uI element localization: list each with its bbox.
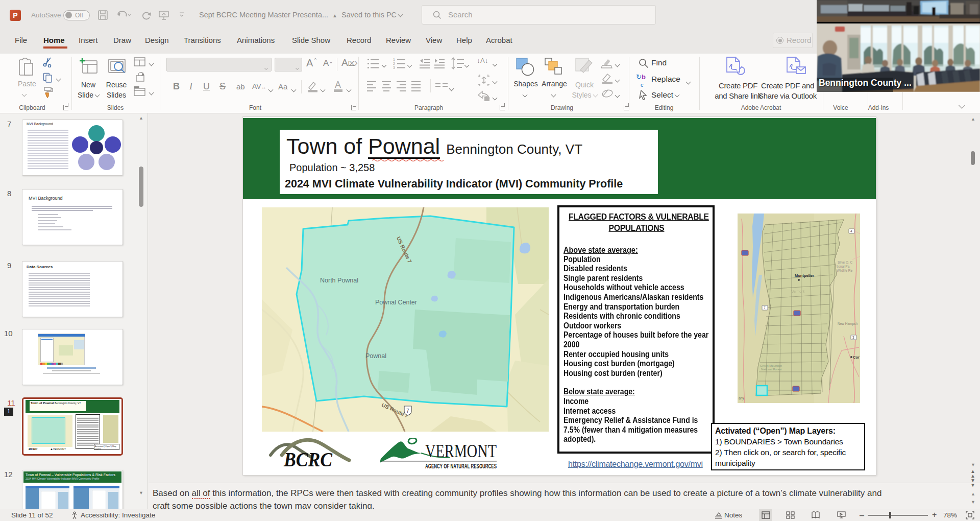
svg-text:4: 4 <box>850 229 852 233</box>
svg-text:7: 7 <box>406 408 409 414</box>
svg-text:Vermont: Vermont <box>791 290 804 293</box>
svg-text:National Forest: National Forest <box>761 368 782 371</box>
svg-text:1: 1 <box>393 58 395 61</box>
svg-text:any: any <box>739 396 744 400</box>
svg-text:3: 3 <box>393 66 395 69</box>
svg-text:BCRC: BCRC <box>283 448 333 468</box>
svg-text:Wildlife Re: Wildlife Re <box>837 269 852 272</box>
svg-text:3: 3 <box>852 336 854 339</box>
svg-text:Pownal Center: Pownal Center <box>375 299 417 306</box>
svg-text:AGENCY OF NATURAL RESOURCES: AGENCY OF NATURAL RESOURCES <box>425 463 497 469</box>
svg-text:Silve O. C: Silve O. C <box>838 260 853 264</box>
svg-text:tional Pa: tional Pa <box>837 265 850 268</box>
svg-text:Pownal: Pownal <box>365 352 386 360</box>
svg-text:Montpelier: Montpelier <box>795 273 814 278</box>
svg-text:North Pownal: North Pownal <box>320 277 358 284</box>
svg-text:VERMONT: VERMONT <box>425 441 497 461</box>
svg-text:2: 2 <box>393 62 395 65</box>
svg-text:Cor: Cor <box>853 355 860 360</box>
svg-text:Green Mountain: Green Mountain <box>760 364 782 367</box>
svg-text:New Hampsh: New Hampsh <box>838 322 857 326</box>
svg-text:7: 7 <box>764 306 766 310</box>
